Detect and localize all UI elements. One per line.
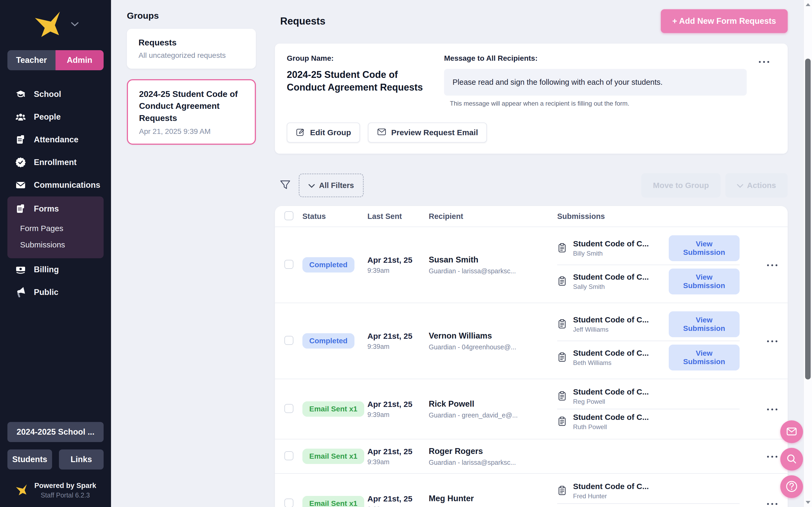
recipient-name: Rick Powell [429,399,557,409]
last-sent-time: 9:39am [367,411,429,418]
sidebar-item-submissions[interactable]: Submissions [7,237,104,253]
submission-person: Fred Hunter [573,493,670,500]
mail-fab-button[interactable] [780,420,803,443]
last-sent-time: 9:39am [367,343,429,350]
page-title: Requests [280,15,325,27]
scrollbar-up-arrow[interactable] [806,3,810,6]
table-row: Email Sent x1 Apr 21st, 25 9:39am Roger … [275,439,788,474]
row-checkbox[interactable] [285,404,293,413]
help-fab-button[interactable] [780,475,803,498]
main-content: Requests + Add New Form Requests Group N… [275,0,788,507]
status-badge: Completed [302,333,354,349]
submission-entry: Student Code of C... Ruth Powell [557,409,740,434]
row-menu-button[interactable] [767,503,777,505]
sidebar-nav: School People Attendance Enrollment [0,83,111,304]
sidebar-item-people[interactable]: People [0,106,111,128]
scrollbar-down-arrow[interactable] [806,501,810,504]
row-checkbox[interactable] [285,336,293,345]
school-year-button[interactable]: 2024-2025 School ... [7,422,104,442]
submission-person: Billy Smith [573,250,663,257]
version-text: Staff Portal 6.2.3 [34,492,96,499]
submission-entry: Student Code of C... Fred Hunter [557,478,740,503]
group-card-subtitle: All uncategorized requests [139,51,244,60]
recipient-name: Vernon Williams [429,331,557,341]
recipient-guardian: Guardian - larissa@sparksc... [429,459,557,466]
submission-title: Student Code of C... [573,413,670,422]
submission-person: Sally Smith [573,283,663,290]
preview-request-email-button[interactable]: Preview Request Email [368,122,487,143]
actions-label: Actions [747,181,776,190]
people-icon [15,112,26,122]
message-label: Message to All Recipients: [444,54,776,63]
last-sent-time: 9:39am [367,505,429,507]
students-button[interactable]: Students [7,449,52,469]
status-badge: Email Sent x1 [302,449,364,464]
row-menu-button[interactable] [767,408,777,410]
chevron-down-icon[interactable] [71,22,79,28]
table-row: Email Sent x1 Apr 21st, 25 9:39am Rick P… [275,379,788,439]
view-submission-button[interactable]: View Submission [669,269,740,294]
actions-button[interactable]: Actions [725,173,788,198]
sidebar-item-billing[interactable]: Billing [0,258,111,281]
links-button[interactable]: Links [59,449,104,469]
group-card-selected[interactable]: 2024-25 Student Code of Conduct Agreemen… [127,79,256,145]
recipient-guardian: Guardian - green_david_e@... [429,411,557,419]
filter-toolbar: All Filters Move to Group Actions [275,173,788,198]
view-submission-button[interactable]: View Submission [669,345,740,371]
submission-entry: Student Code of C... Jeff Williams View … [557,308,740,341]
spark-logo-icon [32,11,64,39]
group-info-menu-button[interactable] [759,61,769,63]
sidebar-item-attendance[interactable]: Attendance [0,128,111,151]
sidebar-item-form-pages[interactable]: Form Pages [7,220,104,237]
sidebar-item-forms[interactable]: Forms [7,198,104,220]
column-recipient: Recipient [429,212,557,221]
clipboard-icon [557,416,567,427]
search-fab-button[interactable] [780,448,803,470]
clipboard-icon [557,276,567,287]
envelope-icon [15,180,26,190]
sidebar-item-communications[interactable]: Communications [0,174,111,196]
table-header: Status Last Sent Recipient Submissions [275,206,788,227]
sidebar-item-public[interactable]: Public [0,281,111,304]
cash-icon [15,264,26,275]
select-all-checkbox[interactable] [285,211,293,220]
move-to-group-button[interactable]: Move to Group [641,173,720,198]
view-submission-button[interactable]: View Submission [669,311,740,337]
group-card-subtitle: Apr 21, 2025 9:39 AM [139,127,244,136]
row-checkbox[interactable] [285,260,293,269]
last-sent-date: Apr 21st, 25 [367,400,429,409]
row-menu-button[interactable] [767,340,777,342]
sidebar-item-enrollment[interactable]: Enrollment [0,151,111,174]
edit-group-button[interactable]: Edit Group [287,122,360,143]
recipient-name: Susan Smith [429,255,557,265]
row-checkbox[interactable] [285,499,293,507]
row-menu-button[interactable] [767,456,777,458]
submission-title: Student Code of C... [573,273,663,281]
add-new-form-requests-button[interactable]: + Add New Form Requests [661,9,788,33]
all-filters-button[interactable]: All Filters [299,173,364,197]
submission-title: Student Code of C... [573,315,663,324]
teacher-toggle[interactable]: Teacher [7,50,55,70]
chevron-down-icon [737,181,743,190]
view-submission-button[interactable]: View Submission [669,235,740,261]
submission-person: Reg Powell [573,398,670,405]
row-menu-button[interactable] [767,264,777,266]
page-scrollbar[interactable] [804,0,812,507]
sidebar-item-school[interactable]: School [0,83,111,106]
recipient-name: Meg Hunter [429,494,557,503]
sidebar-item-label: Attendance [34,135,79,145]
submission-title: Student Code of C... [573,482,670,491]
clipboard-icon [557,485,567,496]
sidebar-item-label: Enrollment [34,158,77,167]
clipboard-icon [557,391,567,402]
message-to-recipients-box[interactable]: Please read and sign the following with … [444,69,747,96]
filter-funnel-icon[interactable] [279,179,291,192]
admin-toggle[interactable]: Admin [55,50,104,70]
role-toggle: Teacher Admin [7,50,104,70]
submission-person: Beth Williams [573,359,663,367]
scrollbar-thumb[interactable] [805,59,811,380]
table-row: Completed Apr 21st, 25 9:39am Susan Smit… [275,227,788,303]
sidebar-item-label: Communications [34,180,100,190]
row-checkbox[interactable] [285,451,293,460]
group-card-requests[interactable]: Requests All uncategorized requests [127,29,256,69]
